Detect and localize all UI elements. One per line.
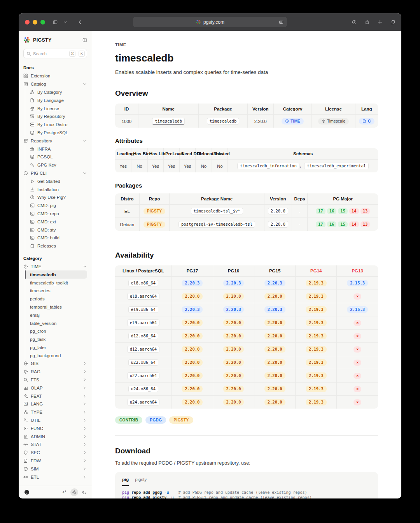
- sidebar-item-pg-cron[interactable]: pg_cron: [25, 327, 87, 335]
- sidebar-item-cmd-build[interactable]: CMD: build: [25, 234, 87, 242]
- sidebar-item-pg-background[interactable]: pg_background: [25, 351, 87, 360]
- time-pill[interactable]: TIME: [282, 118, 304, 125]
- sidebar-item-timeseries[interactable]: timeseries: [25, 287, 87, 295]
- sidebar-item-emaj[interactable]: emaj: [25, 311, 87, 319]
- sidebar-item-cmd-sty[interactable]: CMD: sty: [25, 226, 87, 234]
- sidebar-item-by-category[interactable]: By Category: [25, 88, 87, 97]
- sidebar-item-stat[interactable]: STAT: [23, 441, 87, 449]
- sidebar-item-olap[interactable]: OLAP: [23, 384, 87, 392]
- reader-icon[interactable]: [279, 20, 284, 25]
- tab-pig[interactable]: pig: [122, 477, 129, 486]
- sidebar-item-label: CMD: ext: [37, 219, 56, 224]
- sidebar-item-timescaledb[interactable]: timescaledb: [25, 270, 87, 279]
- table-cell: 2.19.3: [296, 277, 337, 290]
- sidebar-item-feat[interactable]: FEAT: [23, 392, 87, 400]
- pgdg-badge[interactable]: PGDG: [145, 416, 166, 424]
- sidebar-item-pig-cli[interactable]: PIG CLI: [23, 169, 87, 177]
- tab-overview-icon[interactable]: [390, 20, 395, 25]
- sidebar-item-periods[interactable]: periods: [25, 295, 87, 303]
- sidebar-item-gpg-key[interactable]: GPG Key: [25, 161, 87, 169]
- chevron-right-icon: [82, 369, 87, 374]
- sidebar-item-why-use-pig[interactable]: Why Use Pig?: [25, 193, 87, 202]
- sidebar-item-etl[interactable]: ETL: [23, 473, 87, 481]
- sidebar-item-releases[interactable]: Releases: [25, 242, 87, 250]
- sidebar-item-lang[interactable]: ALANG: [23, 400, 87, 408]
- sidebar-item-pgsql[interactable]: PGSQL: [25, 153, 87, 161]
- sidebar-item-get-started[interactable]: Get Started: [25, 177, 87, 185]
- sidebar-item-label: By Language: [37, 98, 64, 103]
- sidebar-item-cmd-repo[interactable]: CMD: repo: [25, 210, 87, 218]
- url-bar[interactable]: pgsty.com: [133, 17, 287, 27]
- close-window-button[interactable]: [25, 20, 30, 25]
- search-input[interactable]: Search ⌘ K: [23, 49, 87, 58]
- sidebar-item-admin[interactable]: ADMIN: [23, 432, 87, 441]
- sidebar-item-installation[interactable]: Installation: [25, 185, 87, 193]
- sidebar-item-fdw[interactable]: FDW: [23, 457, 87, 465]
- column-header: Distro: [115, 193, 139, 205]
- terminal-icon: [30, 235, 35, 240]
- sidebar-item-cmd-pig[interactable]: CMD: pig: [25, 202, 87, 210]
- share-icon[interactable]: [365, 20, 369, 25]
- pigsty-pill[interactable]: PIGSTY: [144, 208, 165, 214]
- contrib-badge[interactable]: CONTRIB: [115, 416, 142, 424]
- sidebar-item-type[interactable]: TYPE: [23, 408, 87, 416]
- sidebar-item-sim[interactable]: SIM: [23, 465, 87, 473]
- sidebar-item-time[interactable]: TIME: [23, 263, 87, 271]
- language-icon[interactable]: A: [62, 490, 66, 495]
- table-cell: d12.aarch64: [115, 343, 172, 356]
- sidebar-item-util[interactable]: UTIL: [23, 416, 87, 425]
- table-cell: ×: [337, 383, 378, 396]
- light-mode-button[interactable]: [70, 488, 78, 496]
- code-body[interactable]: pig repo add pgdg -u # add PGDG repo and…: [115, 486, 378, 498]
- k-key: K: [79, 51, 85, 57]
- downloads-icon[interactable]: [352, 20, 357, 25]
- sidebar-item-extension[interactable]: Extension: [23, 72, 87, 80]
- pigsty-pill[interactable]: PIGSTY: [144, 221, 165, 228]
- sidebar-item-by-linux-distro[interactable]: By Linux Distro: [25, 121, 87, 129]
- attributes-table: LeadingHas BinHas LibPreLoadNeed DDLRelo…: [115, 148, 378, 172]
- chevron-down-icon[interactable]: [63, 20, 68, 25]
- brand-name[interactable]: PIGSTY: [33, 37, 52, 43]
- sidebar-item-rag[interactable]: RAG: [23, 368, 87, 376]
- timescale-pill[interactable]: Timescale: [318, 118, 349, 125]
- new-tab-icon[interactable]: [378, 20, 382, 25]
- back-icon[interactable]: [78, 20, 82, 25]
- pigsty-badge[interactable]: PIGSTY: [169, 416, 193, 424]
- table-cell: ×: [337, 330, 378, 343]
- github-icon[interactable]: [24, 489, 30, 495]
- code-link[interactable]: timescaledb: [152, 118, 185, 125]
- table-cell: ×: [337, 343, 378, 356]
- sidebar-item-catalog[interactable]: Catalog: [23, 80, 87, 88]
- sidebar-item-repository[interactable]: Repository: [23, 137, 87, 145]
- sidebar-item-by-repository[interactable]: By Repository: [25, 112, 87, 121]
- tab-pigsty[interactable]: pigsty: [135, 477, 147, 486]
- sidebar-item-fts[interactable]: FTS: [23, 376, 87, 384]
- sidebar-item-by-license[interactable]: By License: [25, 104, 87, 112]
- unavailable-mark: ×: [354, 333, 361, 339]
- sidebar-item-by-postgresql[interactable]: By PostgreSQL: [25, 129, 87, 137]
- sidebar-toggle-icon[interactable]: [53, 20, 58, 25]
- sidebar-item-timescaledb-toolkit[interactable]: timescaledb_toolkit: [25, 279, 87, 287]
- sidebar-item-table-version[interactable]: table_version: [25, 319, 87, 327]
- minimize-window-button[interactable]: [33, 20, 37, 25]
- sidebar-item-temporal-tables[interactable]: temporal_tables: [25, 303, 87, 311]
- pg-major-badge: 15: [338, 208, 348, 214]
- sidebar-item-sec[interactable]: SEC: [23, 449, 87, 457]
- c-pill[interactable]: C: [359, 118, 374, 125]
- table-cell: 2.20.0: [254, 290, 296, 303]
- sidebar-item-by-language[interactable]: By Language: [25, 96, 87, 104]
- code-block: pig pigsty pig repo add pgdg -u # add PG…: [115, 472, 378, 498]
- sidebar-item-infra[interactable]: INFRA: [25, 145, 87, 153]
- dark-mode-button[interactable]: [82, 490, 87, 495]
- column-header: Schemas: [228, 148, 378, 160]
- sidebar-item-pg-later[interactable]: pg_later: [25, 344, 87, 352]
- sidebar-item-cmd-ext[interactable]: CMD: ext: [25, 218, 87, 226]
- archive-icon: [30, 114, 35, 119]
- sidebar-item-func[interactable]: FUNC: [23, 424, 87, 432]
- sidebar-item-pg-task[interactable]: pg_task: [25, 335, 87, 344]
- sparkle-icon: [23, 394, 28, 398]
- collapse-sidebar-icon[interactable]: [82, 38, 87, 42]
- zoom-window-button[interactable]: [40, 20, 45, 25]
- schemas-cell: timescaledb_information, timescaledb_exp…: [228, 160, 378, 173]
- sidebar-item-gis[interactable]: GIS: [23, 360, 87, 368]
